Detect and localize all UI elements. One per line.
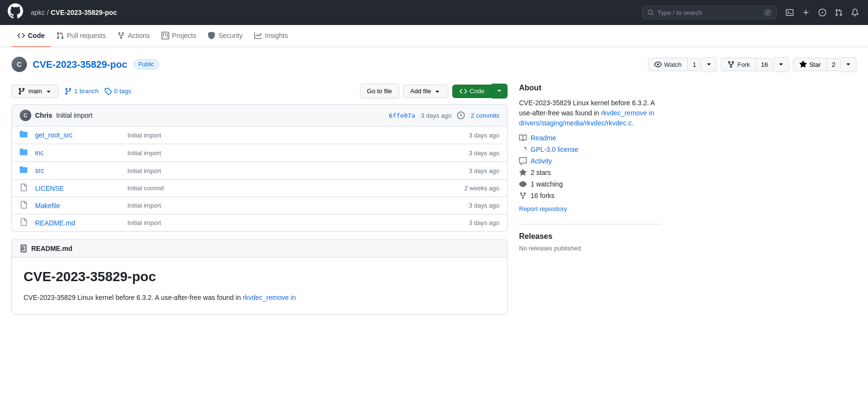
watch-dropdown[interactable] [701, 57, 717, 72]
code-dropdown[interactable] [492, 84, 508, 99]
search-container: / [642, 6, 777, 19]
about-section: About CVE-2023-35829 Linux kernel before… [519, 84, 661, 212]
readme-link-sidebar[interactable]: Readme [531, 134, 556, 142]
file-time: 2 weeks ago [464, 185, 499, 192]
tab-code[interactable]: Code [12, 25, 50, 47]
releases-title: Releases [519, 232, 661, 241]
eye-meta-icon [519, 180, 527, 188]
file-time: 3 days ago [469, 202, 499, 209]
tab-insights[interactable]: Insights [248, 25, 294, 47]
branch-icon [18, 87, 25, 95]
tab-pull-requests-label: Pull requests [67, 32, 106, 39]
addfile-btn-group: Add file [403, 84, 448, 99]
fork-btn-group: Fork 16 [721, 57, 789, 72]
branch-count-num: 1 [74, 87, 77, 95]
tab-actions-label: Actions [128, 32, 150, 39]
star-dropdown[interactable] [841, 57, 856, 72]
plus-icon[interactable] [801, 7, 811, 18]
fork-meta-icon [519, 192, 527, 199]
fork-label: Fork [737, 61, 750, 68]
chevron-down-icon-3 [844, 60, 852, 68]
commit-author[interactable]: Chris [35, 112, 52, 119]
fork-button[interactable]: Fork [721, 58, 756, 71]
commits-link[interactable]: 2 commits [471, 112, 499, 119]
file-time: 3 days ago [469, 219, 499, 226]
book-icon [519, 134, 527, 142]
branch-count-icon [64, 87, 72, 95]
avatar: C [12, 57, 27, 72]
fork-count[interactable]: 16 [756, 58, 773, 71]
activity-icon [519, 157, 527, 165]
code-btn-label: Code [470, 87, 484, 95]
readme-paragraph: CVE-2023-35829 Linux kernel before 6.3.2… [24, 292, 496, 303]
goto-file-button[interactable]: Go to file [360, 84, 399, 99]
user-link[interactable]: apkc [31, 9, 45, 16]
license-link[interactable]: GPL-3.0 license [531, 146, 579, 153]
file-name[interactable]: README.md [35, 219, 122, 227]
table-row: Makefile Initial import 3 days ago [12, 197, 507, 214]
chevron-down-branch [45, 87, 52, 95]
file-commit-msg: Initial import [127, 202, 463, 209]
star-icon [799, 61, 807, 68]
projects-icon [161, 32, 169, 39]
add-file-button[interactable]: Add file [403, 85, 448, 98]
code-btn-icon [459, 87, 467, 95]
tab-pull-requests[interactable]: Pull requests [50, 25, 112, 47]
watch-count[interactable]: 1 [688, 58, 701, 71]
fork-dropdown[interactable] [773, 57, 789, 72]
file-time: 3 days ago [469, 167, 499, 174]
tag-count-link[interactable]: 0 tags [104, 87, 131, 95]
about-link[interactable]: rkvdec_remove in drivers/staging/media/r… [519, 109, 654, 127]
repo-name-link[interactable]: CVE-2023-35829-poc [50, 9, 117, 16]
pull-request-icon[interactable] [833, 7, 844, 18]
star-button[interactable]: Star [793, 58, 827, 71]
readme-link[interactable]: rkvdec_remove in [243, 294, 296, 301]
activity-link[interactable]: Activity [531, 157, 552, 165]
repo-nav: Code Pull requests Actions Projects Secu… [0, 25, 868, 47]
watch-button[interactable]: Watch [648, 58, 688, 71]
stars-meta-item: 2 stars [519, 169, 661, 176]
branch-selector[interactable]: main [12, 85, 59, 98]
repo-title[interactable]: CVE-2023-35829-poc [33, 59, 127, 70]
file-name[interactable]: get_root_src [35, 131, 122, 139]
file-name[interactable]: LICENSE [35, 185, 122, 192]
branch-count-link[interactable]: 1 branch [64, 87, 99, 95]
readme-section: README.md CVE-2023-35829-poc CVE-2023-35… [12, 239, 508, 315]
actions-icon [117, 32, 125, 39]
tab-security[interactable]: Security [202, 25, 248, 47]
commit-hash[interactable]: 6ffe07a [389, 112, 415, 119]
file-commit-msg: Initial import [127, 219, 463, 226]
watch-label: Watch [664, 61, 682, 68]
report-link[interactable]: Report repository [519, 205, 661, 212]
table-row: README.md Initial import 3 days ago [12, 214, 507, 231]
clock-icon [457, 112, 465, 119]
file-icon [20, 201, 29, 210]
chevron-down-code [496, 87, 503, 94]
tab-projects[interactable]: Projects [156, 25, 202, 47]
tag-count-label: tags [119, 87, 131, 95]
folder-icon [20, 130, 29, 140]
file-name[interactable]: inc [35, 149, 122, 157]
folder-icon [20, 166, 29, 175]
about-title: About [519, 84, 661, 92]
github-logo-icon[interactable] [8, 3, 23, 22]
file-icon [20, 184, 29, 193]
terminal-icon[interactable] [784, 7, 795, 18]
search-input[interactable] [657, 9, 760, 16]
tab-actions[interactable]: Actions [112, 25, 156, 47]
tab-insights-label: Insights [265, 32, 288, 39]
watching-count: 1 watching [531, 180, 563, 188]
file-icon [20, 218, 29, 227]
search-box[interactable]: / [642, 6, 777, 19]
file-table: get_root_src Initial import 3 days ago i… [12, 126, 508, 232]
about-meta: Readme GPL-3.0 license Activity [519, 134, 661, 199]
file-name[interactable]: src [35, 167, 122, 174]
file-commit-msg: Initial import [127, 149, 463, 157]
sidebar: About CVE-2023-35829 Linux kernel before… [519, 84, 661, 315]
issues-icon[interactable] [817, 7, 828, 18]
star-count[interactable]: 2 [827, 58, 841, 71]
code-button[interactable]: Code [452, 85, 492, 98]
notifications-icon[interactable] [850, 7, 860, 18]
file-name[interactable]: Makefile [35, 202, 122, 210]
readme-header: README.md [12, 240, 507, 258]
